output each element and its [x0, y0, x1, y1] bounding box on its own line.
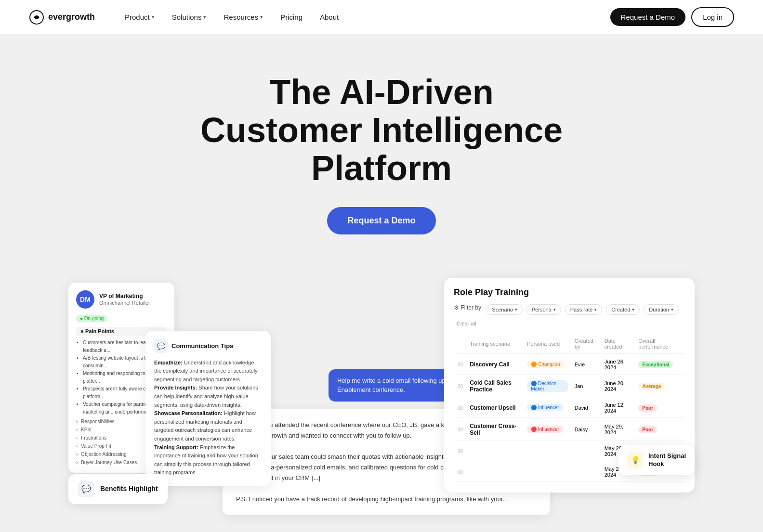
- roleplay-filters: ⚙ Filter by: Scenario ▾ Persona ▾ Pass r…: [454, 304, 685, 328]
- intent-icon: 💡: [627, 452, 644, 468]
- clear-all-button[interactable]: Clear all: [454, 319, 479, 328]
- persona-company: Omnichannel Retailer: [99, 300, 150, 306]
- request-demo-button[interactable]: Request a Demo: [610, 8, 686, 26]
- table-row: 00 Cold Call Sales Practice 🔵 Decision M…: [455, 376, 684, 397]
- logo-link[interactable]: evergrowth: [29, 10, 95, 25]
- filter-duration[interactable]: Duration ▾: [644, 304, 679, 315]
- filter-icon: ⚙ Filter by:: [454, 304, 483, 315]
- nav-item-pricing[interactable]: Pricing: [274, 9, 309, 25]
- benefits-label: Benefits Highlight: [100, 484, 158, 493]
- showcase-inner: DM VP of Marketing Omnichannel Retailer …: [68, 273, 695, 504]
- nav-label-resources: Resources: [224, 13, 258, 21]
- filter-created[interactable]: Created ▾: [606, 304, 640, 315]
- intent-signal-card: 💡 Intent Signal Hook: [618, 445, 695, 475]
- nav-label-about: About: [320, 13, 339, 21]
- roleplay-title: Role Play Training: [454, 287, 685, 298]
- hero-title-line2: Customer Intelligence: [200, 111, 563, 149]
- filter-scenario[interactable]: Scenario ▾: [487, 304, 522, 315]
- intent-label: Intent Signal Hook: [648, 452, 686, 468]
- tips-title: Communication Tips: [171, 342, 233, 350]
- chevron-down-icon: ▾: [260, 14, 263, 20]
- filter-pass-rate[interactable]: Pass rate ▾: [565, 304, 602, 315]
- hero-title-line3: Platform: [311, 149, 452, 187]
- hero-demo-button[interactable]: Request a Demo: [327, 207, 435, 234]
- nav-item-solutions[interactable]: Solutions ▾: [165, 9, 213, 25]
- hero-section: The AI-Driven Customer Intelligence Plat…: [0, 35, 763, 263]
- tips-header: 💬 Communication Tips: [154, 339, 262, 353]
- status-dot: ●: [80, 316, 83, 321]
- persona-role: VP of Marketing: [99, 293, 150, 300]
- hero-title: The AI-Driven Customer Intelligence Plat…: [189, 73, 574, 188]
- col-date: Date created: [602, 336, 635, 354]
- nav-item-about[interactable]: About: [313, 9, 345, 25]
- login-button[interactable]: Log in: [691, 7, 734, 27]
- tips-icon: 💬: [154, 339, 168, 353]
- hero-title-line1: The AI-Driven: [269, 73, 493, 111]
- benefits-highlight-card: 💬 Benefits Highlight: [68, 474, 168, 504]
- status-badge: ● On going: [76, 315, 107, 322]
- email-text-3: P.S: I noticed you have a track record o…: [236, 494, 537, 505]
- logo-text: evergrowth: [48, 12, 95, 22]
- col-created-by: Created by: [572, 336, 601, 354]
- showcase-section: DM VP of Marketing Omnichannel Retailer …: [0, 263, 763, 504]
- nav-links: Product ▾ Solutions ▾ Resources ▾ Pricin…: [118, 9, 610, 25]
- col-scenario: Training scenario: [467, 336, 523, 354]
- avatar: DM: [76, 290, 94, 309]
- logo-icon: [29, 10, 44, 25]
- nav-item-resources[interactable]: Resources ▾: [217, 9, 270, 25]
- nav-label-solutions: Solutions: [172, 13, 202, 21]
- navigation: evergrowth Product ▾ Solutions ▾ Resourc…: [0, 0, 763, 35]
- col-num: [455, 336, 466, 354]
- chevron-down-icon: ▾: [203, 14, 206, 20]
- table-row: 00 Customer Upsell 🔵 Influencer David Ju…: [455, 398, 684, 418]
- tips-content: Empathize: Understand and acknowledge th…: [154, 359, 262, 477]
- col-persona: Persona used: [524, 336, 571, 354]
- chevron-down-icon: ▾: [152, 14, 155, 20]
- col-performance: Overall performance: [635, 336, 684, 354]
- status-text: On going: [84, 316, 104, 321]
- benefits-icon: 💬: [78, 481, 94, 497]
- nav-label-product: Product: [125, 13, 150, 21]
- nav-item-product[interactable]: Product ▾: [118, 9, 161, 25]
- table-row: 00 Customer Cross-Sell 🔴 Influencer Dais…: [455, 419, 684, 441]
- collapse-icon: ∧: [80, 328, 84, 334]
- nav-actions: Request a Demo Log in: [610, 7, 734, 27]
- table-row: 00 Discovery Call 🟠 Champion Evie June 2…: [455, 355, 684, 375]
- tips-card: 💬 Communication Tips Empathize: Understa…: [145, 331, 271, 486]
- filter-persona[interactable]: Persona ▾: [526, 304, 561, 315]
- nav-label-pricing: Pricing: [280, 13, 303, 21]
- persona-header: DM VP of Marketing Omnichannel Retailer: [76, 290, 167, 309]
